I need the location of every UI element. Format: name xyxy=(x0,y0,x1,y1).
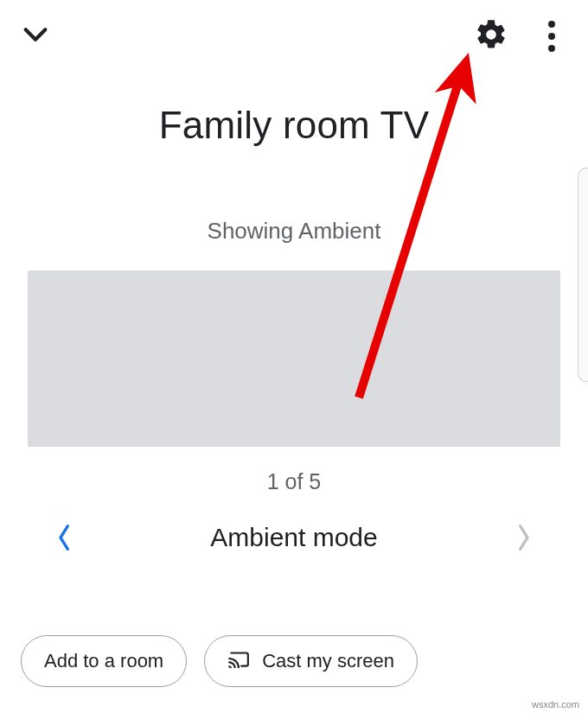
mode-carousel-row: Ambient mode xyxy=(0,512,588,563)
carousel-prev-icon[interactable] xyxy=(52,512,78,563)
more-menu-icon[interactable] xyxy=(545,21,562,52)
add-to-room-label: Add to a room xyxy=(44,650,163,672)
cast-screen-button[interactable]: Cast my screen xyxy=(204,635,418,687)
device-status: Showing Ambient xyxy=(0,218,588,245)
watermark: wsxdn.com xyxy=(532,699,579,710)
device-title: Family room TV xyxy=(0,104,588,147)
actions-row: Add to a room Cast my screen xyxy=(21,635,567,687)
top-bar xyxy=(0,0,588,73)
carousel-next-icon[interactable] xyxy=(510,512,536,563)
settings-gear-icon[interactable] xyxy=(474,17,508,55)
ambient-preview-card[interactable] xyxy=(28,271,560,447)
cast-icon xyxy=(227,649,250,673)
side-panel-edge xyxy=(578,168,588,382)
collapse-chevron-icon[interactable] xyxy=(21,20,50,53)
mode-title: Ambient mode xyxy=(78,523,510,552)
carousel-pager: 1 of 5 xyxy=(0,469,588,494)
add-to-room-button[interactable]: Add to a room xyxy=(21,635,187,687)
cast-screen-label: Cast my screen xyxy=(262,650,394,672)
